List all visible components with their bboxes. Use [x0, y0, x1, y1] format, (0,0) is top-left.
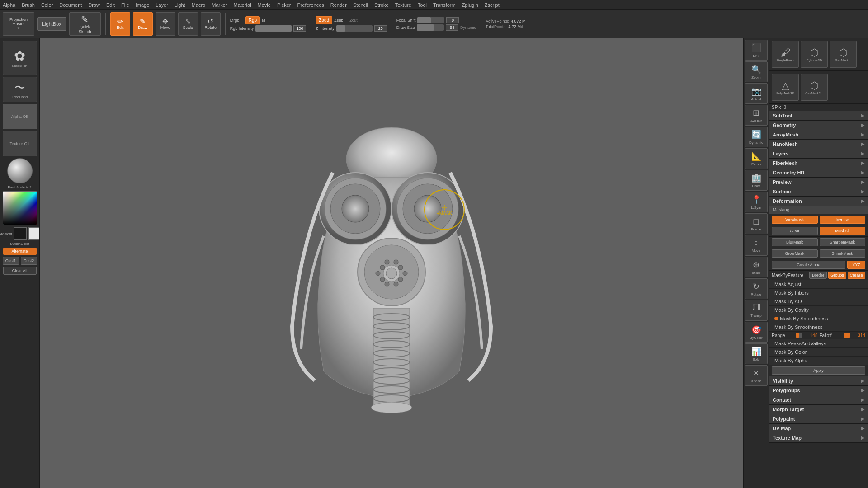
nav-btn-brr[interactable]: ⬛BrR — [745, 40, 768, 61]
quick-sketch-button[interactable]: ✎ Quick Sketch — [69, 12, 101, 36]
section-polygroups[interactable]: Polygroups▶ — [769, 386, 868, 395]
section-contact[interactable]: Contact▶ — [769, 395, 868, 405]
apply-button[interactable]: Apply — [772, 366, 865, 375]
section-morph-target[interactable]: Morph Target▶ — [769, 405, 868, 414]
menu-item-stroke[interactable]: Stroke — [374, 2, 389, 8]
mask-adjust-item[interactable]: Mask Adjust — [769, 280, 868, 289]
menu-item-picker[interactable]: Picker — [277, 2, 291, 8]
nav-btn-floor[interactable]: 🏢Floor — [745, 170, 768, 191]
menu-item-document[interactable]: Document — [59, 2, 82, 8]
lightbox-button[interactable]: LightBox — [37, 17, 66, 31]
blurmask-button[interactable]: BlurMask — [772, 238, 818, 246]
growmask-button[interactable]: GrowMask — [772, 249, 818, 258]
section-subtool[interactable]: SubTool▶ — [769, 111, 868, 121]
menu-item-marker[interactable]: Marker — [212, 2, 227, 8]
menu-item-transform[interactable]: Transform — [433, 2, 456, 8]
menu-item-edit[interactable]: Edit — [106, 2, 115, 8]
nav-btn-bycolor[interactable]: 🎯ByColor — [745, 322, 768, 343]
focal-shift-slider[interactable] — [417, 17, 444, 23]
thumb-simplebrush[interactable]: 🖌 SimpleBrush — [772, 41, 799, 68]
section-geometry[interactable]: Geometry▶ — [769, 121, 868, 130]
section-geometry-hd[interactable]: Geometry HD▶ — [769, 168, 868, 178]
nav-btn-solo[interactable]: 📊Solo — [745, 343, 768, 364]
viewmask-button[interactable]: ViewMask — [772, 216, 818, 224]
alternate-button[interactable]: Alternate — [3, 248, 37, 255]
projection-master-button[interactable]: Projection Master ▼ — [3, 12, 34, 36]
nav-btn-xpose[interactable]: ✕Xpose — [745, 365, 768, 386]
nav-btn-move[interactable]: ↕Move — [745, 235, 768, 256]
menu-item-tool[interactable]: Tool — [418, 2, 427, 8]
section-surface[interactable]: Surface▶ — [769, 187, 868, 197]
edit-button[interactable]: ✏ Edit — [110, 12, 130, 36]
rgb-intensity-value[interactable]: 100 — [293, 25, 306, 32]
focal-shift-value[interactable]: 0 — [446, 17, 459, 23]
gradient-light[interactable] — [28, 227, 40, 240]
mask-by-smoothness-item[interactable]: Mask By Smoothness — [769, 314, 868, 323]
menu-item-light[interactable]: Light — [175, 2, 185, 8]
draw-size-slider[interactable] — [417, 24, 444, 31]
gradient-dark[interactable] — [14, 227, 27, 240]
thumb-polymesh3d[interactable]: △ PolyMesh3D — [772, 74, 799, 101]
menu-item-movie[interactable]: Movie — [258, 2, 271, 8]
shrinkmask-button[interactable]: ShrinkMask — [820, 249, 866, 258]
border-button[interactable]: Border — [809, 272, 827, 279]
draw-button[interactable]: ✎ Draw — [133, 12, 153, 36]
menu-item-stencil[interactable]: Stencil — [353, 2, 368, 8]
brush-slot-freehand[interactable]: 〜 FreeHand — [3, 77, 37, 102]
thumb-gasmask1[interactable]: ⬡ GasMask... — [830, 41, 857, 68]
nav-btn-l.sym[interactable]: 📍L.Sym — [745, 192, 768, 212]
draw-size-value[interactable]: 64 — [446, 24, 458, 31]
nav-btn-frame[interactable]: ◻Frame — [745, 213, 768, 234]
menu-item-zplugin[interactable]: Zplugin — [462, 2, 478, 8]
section-uv-map[interactable]: UV Map▶ — [769, 424, 868, 433]
crease-button[interactable]: Crease — [848, 272, 865, 279]
range-slider[interactable] — [796, 333, 802, 338]
menu-item-zscript[interactable]: Zscript — [485, 2, 500, 8]
section-nanomesh[interactable]: NanoMesh▶ — [769, 140, 868, 149]
alpha-slot[interactable]: Alpha Off — [3, 104, 37, 129]
menu-item-draw[interactable]: Draw — [88, 2, 100, 8]
inverse-button[interactable]: Inverse — [820, 216, 866, 224]
rgb-button[interactable]: Rgb — [245, 16, 260, 24]
texture-slot[interactable]: Texture Off — [3, 131, 37, 156]
menu-item-alpha[interactable]: Alpha — [3, 2, 15, 8]
nav-btn-aahalf[interactable]: ⊞AAHalf — [745, 105, 768, 126]
menu-item-render[interactable]: Render — [330, 2, 347, 8]
nav-btn-persp[interactable]: 📐Persp — [745, 148, 768, 169]
mask-peaks-valleys-item[interactable]: Mask PeaksAndValleys — [769, 339, 868, 348]
falloff-slider[interactable] — [844, 333, 850, 338]
nav-btn-rotate[interactable]: ↻Rotate — [745, 278, 768, 299]
z-intensity-slider[interactable] — [336, 25, 373, 32]
section-preview[interactable]: Preview▶ — [769, 178, 868, 187]
section-deformation[interactable]: Deformation▶ — [769, 197, 868, 206]
nav-btn-dynamic[interactable]: 🔄Dynamic — [745, 127, 768, 147]
canvas-area[interactable]: ✛ +MASK — [40, 38, 743, 488]
z-intensity-value[interactable]: 25 — [374, 25, 387, 32]
groups-button[interactable]: Groups — [828, 272, 846, 279]
menu-item-color[interactable]: Color — [41, 2, 53, 8]
brush-slot-maskpen[interactable]: ✿ MaskPen — [3, 41, 37, 75]
menu-item-image[interactable]: Image — [136, 2, 150, 8]
menu-item-texture[interactable]: Texture — [395, 2, 411, 8]
mask-by-cavity-item[interactable]: Mask By Cavity — [769, 306, 868, 314]
scale-button[interactable]: ⤡ Scale — [178, 12, 198, 36]
nav-btn-scale[interactable]: ⊕Scale — [745, 257, 768, 277]
mask-by-alpha-item[interactable]: Mask By Alpha — [769, 357, 868, 365]
cust1-button[interactable]: Cust1 — [3, 257, 19, 265]
menu-item-macro[interactable]: Macro — [192, 2, 206, 8]
section-layers[interactable]: Layers▶ — [769, 149, 868, 159]
mask-by-ao-item[interactable]: Mask By AO — [769, 297, 868, 306]
section-fibermesh[interactable]: FiberMesh▶ — [769, 159, 868, 168]
section-texture-map[interactable]: Texture Map▶ — [769, 433, 868, 443]
move-button[interactable]: ✥ Move — [156, 12, 175, 36]
menu-item-preferences[interactable]: Preferences — [297, 2, 324, 8]
maskall-button[interactable]: MaskAll — [820, 227, 866, 235]
create-alpha-button[interactable]: Create Alpha — [772, 261, 845, 269]
nav-btn-zoom[interactable]: 🔍Zoom — [745, 61, 768, 82]
nav-btn-actual[interactable]: 📷Actual — [745, 83, 768, 104]
color-picker[interactable] — [3, 191, 37, 225]
section-arraymesh[interactable]: ArrayMesh▶ — [769, 130, 868, 140]
menu-item-layer[interactable]: Layer — [156, 2, 168, 8]
thumb-gasmask2[interactable]: ⬡ GasMask2... — [801, 74, 828, 101]
section-visibility[interactable]: Visibility▶ — [769, 376, 868, 386]
